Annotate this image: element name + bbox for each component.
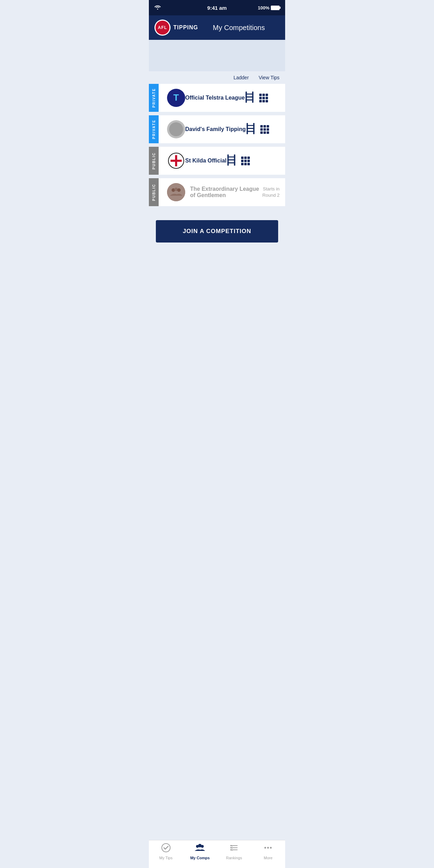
- join-section: JOIN A COMPETITION: [149, 210, 285, 253]
- telstra-logo: T: [167, 89, 185, 107]
- afl-logo: AFL TIPPING: [154, 20, 198, 36]
- gentlemen-name-block: The Extraordinary League of Gentlemen: [190, 186, 262, 198]
- app-header: AFL TIPPING My Competitions: [149, 15, 285, 40]
- my-comps-icon: [195, 843, 205, 854]
- svg-point-28: [162, 844, 170, 852]
- competition-gentlemen[interactable]: PUBLIC The Extraordinary League of Gentl…: [149, 178, 285, 206]
- status-left: [154, 5, 161, 11]
- svg-text:T: T: [173, 92, 179, 103]
- stkilda-ladder-button[interactable]: [226, 154, 236, 167]
- svg-point-8: [169, 122, 183, 136]
- separator-3: [149, 175, 285, 178]
- competition-family[interactable]: PRIVATE David's Family Tipping: [149, 115, 285, 143]
- svg-rect-22: [227, 159, 236, 160]
- grid-dot: [241, 163, 244, 165]
- grid-dot: [263, 125, 266, 128]
- svg-rect-5: [246, 96, 254, 97]
- tab-rankings[interactable]: 1 2 3 Rankings: [217, 843, 251, 860]
- svg-rect-21: [227, 157, 236, 158]
- grid-dot: [244, 157, 247, 159]
- gentlemen-starts: Starts in Round 2: [262, 186, 280, 198]
- status-time: 9:41 am: [207, 5, 227, 11]
- separator-1: [149, 113, 285, 115]
- competition-telstra[interactable]: PRIVATE T Official Telstra League: [149, 84, 285, 112]
- telstra-viewtips-button[interactable]: [259, 94, 268, 102]
- battery-percentage: 100%: [258, 5, 269, 10]
- telstra-ladder-button[interactable]: [245, 92, 254, 104]
- more-icon: [263, 843, 273, 854]
- grid-dot: [247, 157, 250, 159]
- comp-content-stkilda: St Kilda Official: [164, 152, 280, 170]
- tab-my-tips[interactable]: My Tips: [149, 843, 183, 860]
- family-viewtips-button[interactable]: [260, 125, 269, 134]
- main-content: Ladder View Tips PRIVATE T Official Tels…: [149, 40, 285, 840]
- comp-content-gentlemen: The Extraordinary League of Gentlemen St…: [164, 183, 280, 201]
- status-bar: 9:41 am 100%: [149, 0, 285, 15]
- starts-round: Round 2: [262, 192, 280, 198]
- ladder-header: Ladder: [231, 75, 252, 80]
- grid-dot: [266, 97, 268, 99]
- stkilda-viewtips-button[interactable]: [241, 157, 250, 165]
- gentlemen-logo: [167, 183, 185, 201]
- svg-rect-6: [246, 100, 254, 101]
- rankings-label: Rankings: [226, 856, 242, 860]
- afl-logo-inner: AFL: [155, 21, 169, 35]
- grid-dot: [262, 97, 265, 99]
- svg-text:3: 3: [232, 849, 233, 851]
- grid-dot: [260, 131, 263, 134]
- svg-rect-13: [247, 131, 255, 132]
- comp-content-telstra: T Official Telstra League: [164, 89, 280, 107]
- family-actions: [246, 123, 269, 136]
- more-label: More: [264, 856, 273, 860]
- battery-icon: [271, 6, 280, 10]
- grid-dot: [266, 100, 268, 102]
- tab-more[interactable]: More: [251, 843, 285, 860]
- column-headers: Ladder View Tips: [149, 71, 285, 84]
- grid-dot: [259, 97, 262, 99]
- afl-text: AFL: [158, 25, 167, 30]
- grid-dot: [259, 100, 262, 102]
- grid-dot: [247, 160, 250, 162]
- family-logo: [167, 120, 185, 138]
- grid-dot: [267, 131, 269, 134]
- grid-dot: [262, 100, 265, 102]
- grid-dot: [241, 157, 244, 159]
- public-label-stkilda: PUBLIC: [149, 147, 159, 175]
- family-comp-name: David's Family Tipping: [185, 126, 246, 132]
- telstra-actions: [245, 92, 268, 104]
- tab-my-comps[interactable]: My Comps: [183, 843, 217, 860]
- svg-rect-17: [171, 160, 182, 162]
- afl-logo-circle: AFL: [154, 20, 171, 36]
- svg-point-42: [267, 847, 269, 848]
- svg-point-31: [201, 845, 204, 848]
- grid-dot: [244, 163, 247, 165]
- gentlemen-comp-name: The Extraordinary League of Gentlemen: [190, 186, 259, 198]
- svg-point-27: [177, 188, 181, 192]
- ad-banner: [149, 40, 285, 71]
- svg-rect-23: [227, 162, 236, 164]
- svg-point-41: [265, 847, 266, 848]
- grid-dot: [263, 128, 266, 131]
- public-label-gentlemen: PUBLIC: [149, 178, 159, 206]
- tab-bar: My Tips My Comps 1 2 3: [149, 840, 285, 868]
- wifi-icon: [154, 5, 161, 11]
- separator-2: [149, 144, 285, 147]
- comp-content-family: David's Family Tipping: [164, 120, 280, 138]
- svg-point-24: [167, 183, 185, 201]
- private-label-family: PRIVATE: [149, 115, 159, 143]
- competition-stkilda[interactable]: PUBLIC St Kilda Official: [149, 147, 285, 175]
- page-title: My Competitions: [198, 24, 280, 32]
- my-tips-icon: [161, 843, 171, 854]
- family-ladder-button[interactable]: [246, 123, 255, 136]
- svg-rect-12: [247, 128, 255, 129]
- content-spacer: [149, 253, 285, 393]
- starts-label: Starts in: [262, 186, 280, 192]
- grid-dot: [263, 131, 266, 134]
- grid-dot: [262, 94, 265, 96]
- grid-dot: [266, 94, 268, 96]
- grid-dot: [247, 163, 250, 165]
- join-competition-button[interactable]: JOIN A COMPETITION: [156, 220, 278, 243]
- svg-rect-11: [247, 125, 255, 126]
- stkilda-comp-name: St Kilda Official: [185, 158, 226, 164]
- grid-dot: [259, 94, 262, 96]
